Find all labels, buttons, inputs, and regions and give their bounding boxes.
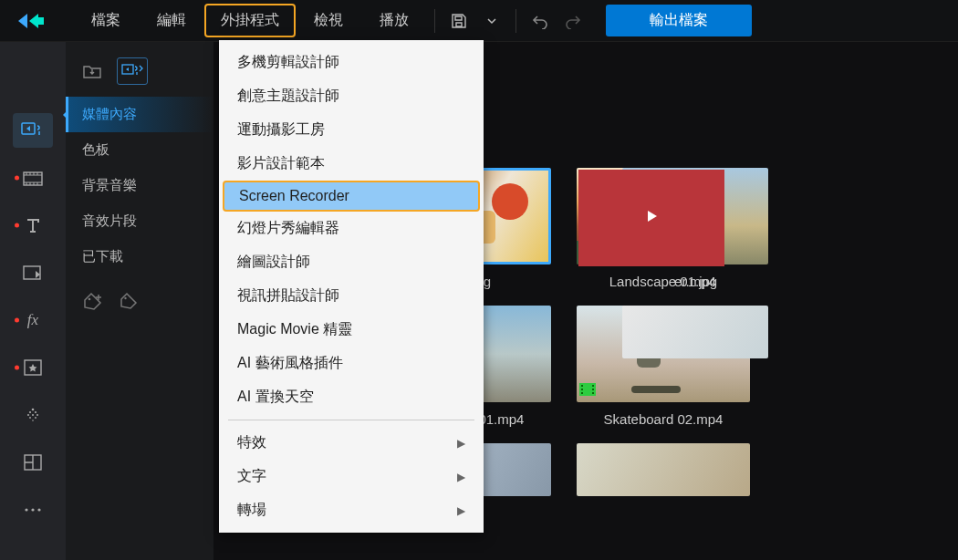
chevron-right-icon: ▶ — [457, 471, 465, 483]
dd-item-video-template[interactable]: 影片設計範本 — [219, 147, 484, 181]
app-logo — [15, 7, 55, 35]
svg-point-4 — [32, 409, 35, 411]
svg-point-18 — [89, 298, 91, 301]
svg-point-11 — [35, 417, 36, 419]
tool-transition[interactable] — [13, 161, 53, 195]
svg-point-16 — [37, 508, 40, 511]
sidebar-library: 媒體內容 色板 背景音樂 音效片段 已下載 — [66, 42, 213, 560]
svg-rect-36 — [581, 389, 583, 390]
plugins-dropdown: 多機剪輯設計師 創意主題設計師 運動攝影工房 影片設計範本 Screen Rec… — [219, 40, 484, 533]
svg-rect-39 — [592, 389, 594, 390]
tool-particle[interactable] — [13, 350, 53, 385]
svg-rect-35 — [581, 385, 583, 387]
dd-item-theme[interactable]: 創意主題設計師 — [219, 79, 484, 113]
dd-item-ai-sky[interactable]: AI 置換天空 — [219, 380, 484, 414]
svg-rect-38 — [592, 385, 594, 387]
svg-point-6 — [35, 411, 36, 413]
tool-overlay[interactable] — [13, 255, 53, 290]
dd-submenu-transition[interactable]: 轉場▶ — [219, 493, 484, 527]
play-icon — [644, 209, 659, 227]
dd-item-ai-style[interactable]: AI 藝術風格插件 — [219, 347, 484, 380]
partial-thumb-red[interactable] — [578, 170, 724, 266]
lib-tab-colorboard[interactable]: 色板 — [66, 132, 213, 168]
dd-item-multicam[interactable]: 多機剪輯設計師 — [219, 46, 484, 79]
media-item-cut — [577, 443, 750, 496]
lib-tab-sfx[interactable]: 音效片段 — [66, 203, 213, 239]
save-icon[interactable] — [443, 5, 475, 37]
svg-point-12 — [32, 420, 34, 421]
menubar: 檔案 編輯 外掛程式 檢視 播放 輸出檔案 — [0, 0, 958, 42]
media-filter-icon[interactable] — [117, 57, 148, 85]
svg-rect-40 — [592, 392, 594, 394]
chevron-right-icon: ▶ — [457, 504, 465, 517]
menu-view[interactable]: 檢視 — [296, 2, 361, 39]
media-label: er.mp4 — [622, 274, 768, 289]
dd-submenu-fx[interactable]: 特效▶ — [219, 426, 484, 460]
dd-item-screen-recorder[interactable]: Screen Recorder — [223, 181, 480, 212]
dd-item-action-cam[interactable]: 運動攝影工房 — [219, 113, 484, 147]
svg-point-14 — [25, 508, 27, 511]
tool-media[interactable] — [13, 113, 53, 148]
menu-plugins[interactable]: 外掛程式 — [204, 4, 296, 37]
tag-add-icon[interactable] — [82, 291, 106, 318]
export-button[interactable]: 輸出檔案 — [606, 5, 752, 36]
tool-template[interactable] — [13, 445, 53, 480]
lib-tab-media[interactable]: 媒體內容 — [66, 97, 213, 132]
svg-point-10 — [29, 417, 31, 419]
svg-point-19 — [124, 297, 126, 299]
chevron-right-icon: ▶ — [457, 437, 465, 450]
dd-item-slideshow[interactable]: 幻燈片秀編輯器 — [219, 212, 484, 245]
lib-tab-bgm[interactable]: 背景音樂 — [66, 168, 213, 203]
lib-tab-downloaded[interactable]: 已下載 — [66, 239, 213, 275]
svg-rect-37 — [581, 392, 583, 394]
menu-divider-2 — [515, 9, 516, 33]
menu-edit[interactable]: 編輯 — [139, 2, 204, 39]
dd-item-paint[interactable]: 繪圖設計師 — [219, 245, 484, 279]
menu-divider — [434, 9, 435, 33]
menu-play[interactable]: 播放 — [361, 2, 427, 39]
svg-point-7 — [27, 414, 29, 416]
save-dropdown-icon[interactable] — [475, 5, 508, 37]
svg-point-5 — [29, 411, 31, 413]
tag-icon[interactable] — [119, 291, 141, 318]
tool-spray[interactable] — [13, 398, 53, 432]
dd-item-collage[interactable]: 視訊拼貼設計師 — [219, 279, 484, 313]
dropdown-separator — [228, 420, 474, 420]
undo-icon[interactable] — [524, 5, 557, 37]
svg-point-9 — [36, 414, 38, 416]
tool-fx[interactable]: fx — [13, 303, 53, 337]
tool-more[interactable] — [13, 493, 53, 527]
menu-file[interactable]: 檔案 — [73, 2, 139, 39]
sidebar-tools: fx — [0, 42, 66, 560]
dd-submenu-text[interactable]: 文字▶ — [219, 460, 484, 493]
svg-point-8 — [32, 414, 34, 416]
video-badge-icon — [579, 383, 596, 399]
tool-text[interactable] — [13, 208, 53, 243]
svg-point-15 — [31, 508, 34, 511]
redo-icon[interactable] — [557, 5, 589, 37]
dd-item-magic-movie[interactable]: Magic Movie 精靈 — [219, 313, 484, 347]
import-folder-icon[interactable] — [77, 57, 108, 85]
